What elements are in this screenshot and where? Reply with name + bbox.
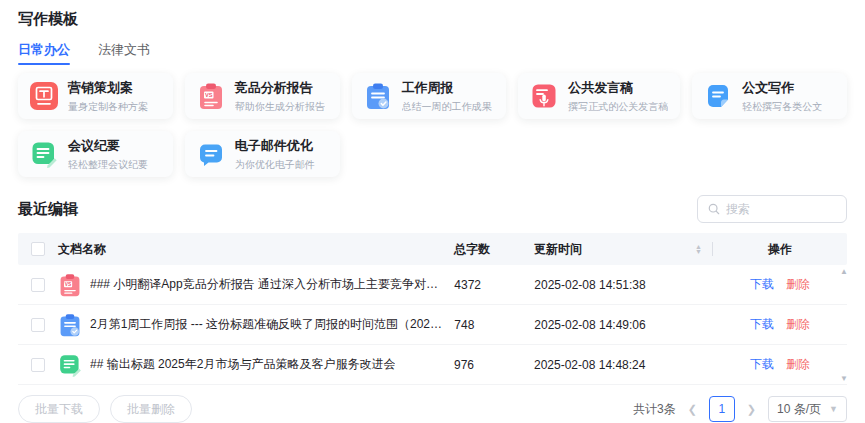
batch-delete-button[interactable]: 批量删除 [110, 395, 192, 423]
scroll-down-icon[interactable]: ▼ [840, 374, 848, 383]
doc-updated-time: 2025-02-08 14:51:38 [534, 278, 712, 292]
card-title: 电子邮件优化 [235, 137, 315, 155]
header-doc-name: 文档名称 [58, 241, 454, 258]
meeting-minutes-icon [58, 353, 82, 377]
card-title: 竞品分析报告 [235, 79, 325, 97]
template-card-weekly-report[interactable]: 工作周报 总结一周的工作成果 [352, 73, 507, 119]
card-subtitle: 量身定制各种方案 [68, 100, 148, 114]
template-card-public-speech[interactable]: 公共发言稿 撰写正式的公关发言稿 [518, 73, 680, 119]
download-link[interactable]: 下载 [750, 276, 774, 293]
search-icon [708, 203, 720, 215]
total-count-label: 共计3条 [633, 401, 676, 418]
competitor-report-icon [197, 82, 225, 110]
public-speech-icon [530, 82, 558, 110]
table-scrollbar[interactable]: ▲ ▼ [839, 267, 849, 383]
weekly-report-icon [58, 313, 82, 337]
sort-caret-icon[interactable]: ▲▼ [695, 244, 702, 254]
doc-word-count: 976 [454, 358, 534, 372]
doc-updated-time: 2025-02-08 14:49:06 [534, 318, 712, 332]
weekly-report-icon [364, 82, 392, 110]
delete-link[interactable]: 删除 [786, 276, 810, 293]
pagination: 共计3条 ❮ 1 ❯ 10 条/页 ▼ [633, 396, 847, 422]
recent-documents-table: 文档名称 总字数 更新时间 ▲▼ 操作 ### 小明翻译App竞品分析报告 通过… [18, 233, 847, 423]
chevron-down-icon: ▼ [829, 404, 838, 414]
batch-download-button[interactable]: 批量下载 [18, 395, 100, 423]
meeting-minutes-icon [30, 140, 58, 168]
header-actions: 操作 [713, 241, 847, 258]
card-subtitle: 总结一周的工作成果 [402, 100, 492, 114]
tab-legal-docs[interactable]: 法律文书 [98, 41, 150, 65]
templates-section-title: 写作模板 [18, 10, 847, 29]
doc-word-count: 748 [454, 318, 534, 332]
card-title: 营销策划案 [68, 79, 148, 97]
search-box[interactable] [697, 195, 847, 223]
next-page-icon[interactable]: ❯ [745, 403, 758, 416]
row-checkbox[interactable] [31, 318, 45, 332]
card-subtitle: 帮助你生成分析报告 [235, 100, 325, 114]
doc-updated-time: 2025-02-08 14:48:24 [534, 358, 712, 372]
page-size-label: 10 条/页 [777, 401, 821, 418]
header-word-count: 总字数 [454, 241, 534, 258]
template-cards-row-1: 营销策划案 量身定制各种方案 竞品分析报告 帮助你生成分析报告 工作周报 总结一… [18, 73, 847, 177]
card-title: 会议纪要 [68, 137, 148, 155]
search-input[interactable] [726, 202, 836, 216]
table-row: ### 小明翻译App竞品分析报告 通过深入分析市场上主要竞争对手的产品和服务，… [18, 265, 847, 305]
competitor-report-icon [58, 273, 82, 297]
email-optimize-icon [197, 140, 225, 168]
card-subtitle: 撰写正式的公关发言稿 [568, 100, 668, 114]
table-row: ## 输出标题 2025年2月市场与产品策略及客户服务改进会 976 2025-… [18, 345, 847, 385]
header-updated-time: 更新时间 [534, 241, 582, 258]
template-card-marketing-plan[interactable]: 营销策划案 量身定制各种方案 [18, 73, 173, 119]
doc-name[interactable]: ## 输出标题 2025年2月市场与产品策略及客户服务改进会 [90, 356, 395, 373]
download-link[interactable]: 下载 [750, 316, 774, 333]
table-header-row: 文档名称 总字数 更新时间 ▲▼ 操作 [18, 233, 847, 265]
prev-page-icon[interactable]: ❮ [686, 403, 699, 416]
template-card-official-doc[interactable]: 公文写作 轻松撰写各类公文 [692, 73, 847, 119]
tab-daily-office[interactable]: 日常办公 [18, 41, 70, 65]
template-card-competitor-report[interactable]: 竞品分析报告 帮助你生成分析报告 [185, 73, 340, 119]
doc-name[interactable]: 2月第1周工作周报 --- 这份标题准确反映了周报的时间范围（2025年2月的第… [90, 316, 444, 333]
official-doc-icon [704, 82, 732, 110]
page-size-select[interactable]: 10 条/页 ▼ [768, 396, 847, 422]
template-tabs: 日常办公 法律文书 [18, 41, 847, 65]
template-card-email-optimize[interactable]: 电子邮件优化 为你优化电子邮件 [185, 131, 340, 177]
writing-assistant-page: 写作模板 日常办公 法律文书 营销策划案 量身定制各种方案 竞品分析报告 帮助你… [0, 0, 865, 423]
card-subtitle: 轻松撰写各类公文 [742, 100, 822, 114]
marketing-plan-icon [30, 82, 58, 110]
doc-name[interactable]: ### 小明翻译App竞品分析报告 通过深入分析市场上主要竞争对手的产品和服务，… [90, 276, 444, 293]
template-card-meeting-minutes[interactable]: 会议纪要 轻松整理会议纪要 [18, 131, 173, 177]
table-row: 2月第1周工作周报 --- 这份标题准确反映了周报的时间范围（2025年2月的第… [18, 305, 847, 345]
card-subtitle: 为你优化电子邮件 [235, 158, 315, 172]
card-title: 公共发言稿 [568, 79, 668, 97]
card-subtitle: 轻松整理会议纪要 [68, 158, 148, 172]
select-all-checkbox[interactable] [31, 242, 45, 256]
table-footer: 批量下载 批量删除 共计3条 ❮ 1 ❯ 10 条/页 ▼ [18, 395, 847, 423]
card-title: 工作周报 [402, 79, 492, 97]
recent-section-title: 最近编辑 [18, 200, 78, 219]
scroll-up-icon[interactable]: ▲ [840, 267, 848, 276]
delete-link[interactable]: 删除 [786, 316, 810, 333]
download-link[interactable]: 下载 [750, 356, 774, 373]
card-title: 公文写作 [742, 79, 822, 97]
page-number-button[interactable]: 1 [709, 396, 735, 422]
row-checkbox[interactable] [31, 358, 45, 372]
row-checkbox[interactable] [31, 278, 45, 292]
doc-word-count: 4372 [454, 278, 534, 292]
delete-link[interactable]: 删除 [786, 356, 810, 373]
